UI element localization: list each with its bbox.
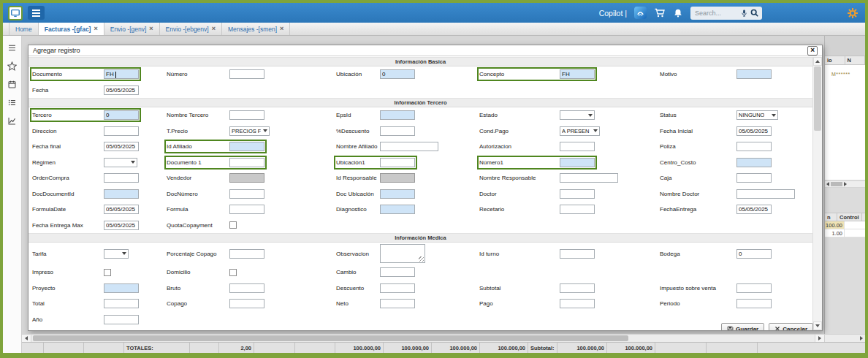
ubicacion-input[interactable]	[380, 69, 415, 79]
caja-input[interactable]	[736, 173, 772, 183]
ubicacion1-input[interactable]	[380, 158, 415, 167]
copilot-icon[interactable]	[634, 7, 647, 19]
nombre_doctor-input[interactable]	[736, 189, 795, 199]
ano-input[interactable]	[104, 315, 139, 324]
cambio-input[interactable]	[380, 267, 415, 277]
nombre_afiliado-input[interactable]	[380, 142, 438, 151]
save-button[interactable]: Guardar	[721, 323, 764, 331]
autorizacion-input[interactable]	[560, 142, 595, 151]
total-input[interactable]	[104, 299, 139, 308]
estado-select[interactable]	[560, 110, 595, 120]
horizontal-scrollbar[interactable]	[22, 334, 824, 342]
scroll-down-icon[interactable]	[813, 321, 822, 330]
docdocumentid-input[interactable]	[104, 189, 139, 199]
cart-icon[interactable]	[654, 7, 666, 19]
tab-envio-genv[interactable]: Envio -[genv]×	[104, 23, 160, 35]
id_turno-input[interactable]	[560, 249, 595, 259]
t_precio-select[interactable]: PRECIOS F	[229, 126, 270, 136]
doctor-input[interactable]	[560, 189, 595, 199]
gear-icon[interactable]	[847, 7, 859, 19]
periodo-input[interactable]	[736, 299, 772, 308]
domicilio-checkbox[interactable]	[229, 269, 237, 276]
subtotal-input[interactable]	[560, 283, 595, 293]
fechaentrega-input[interactable]	[736, 205, 772, 214]
modal-scrollbar[interactable]	[812, 57, 822, 330]
sidebar-star-icon[interactable]	[7, 61, 18, 72]
scrollbar-thumb[interactable]	[33, 335, 628, 341]
tab-home[interactable]: Home	[9, 23, 39, 35]
impuesto_sobre_venta-input[interactable]	[736, 283, 772, 293]
numero-input[interactable]	[229, 69, 264, 79]
recetario-input[interactable]	[560, 205, 595, 214]
ordencompra-input[interactable]	[104, 173, 139, 183]
fecha_final-input[interactable]	[104, 142, 139, 151]
nombre_responsable-input[interactable]	[560, 173, 618, 183]
poliza-input[interactable]	[736, 142, 772, 151]
descuento-input[interactable]	[380, 283, 415, 293]
vendedor-input[interactable]	[229, 173, 264, 183]
table-row[interactable]: 100.00	[825, 221, 865, 229]
status-select[interactable]: NINGUNO	[736, 110, 778, 120]
fecha_entrega_max-input[interactable]	[104, 221, 139, 230]
bodega-input[interactable]	[736, 249, 772, 259]
diagnostico-input[interactable]	[380, 205, 415, 214]
scrollbar-thumb[interactable]	[814, 66, 821, 131]
direccion-input[interactable]	[104, 126, 139, 136]
scroll-left-icon[interactable]	[22, 335, 31, 342]
scroll-right-icon[interactable]	[844, 182, 847, 186]
copilot-label[interactable]: Copilot |	[599, 9, 627, 18]
cond_pago-select[interactable]: A PRESEN	[560, 126, 600, 136]
column-header[interactable]: Control	[837, 213, 862, 221]
tercero-input[interactable]	[104, 110, 139, 120]
sidebar-calendar-icon[interactable]	[7, 79, 18, 90]
scroll-up-icon[interactable]	[813, 57, 822, 66]
tab-close-icon[interactable]: ×	[94, 26, 97, 32]
observacion-textarea[interactable]	[380, 244, 425, 263]
tab-envio-ebgenv[interactable]: Envio -[ebgenv]×	[160, 23, 222, 35]
close-icon[interactable]: ×	[807, 46, 818, 56]
copago-input[interactable]	[229, 299, 264, 308]
concepto-input[interactable]	[560, 69, 595, 79]
app-logo-icon[interactable]	[8, 6, 23, 20]
nombre_tercero-input[interactable]	[229, 110, 264, 120]
sidebar-list-icon[interactable]	[7, 97, 18, 108]
pago-input[interactable]	[560, 299, 595, 308]
doc_ubicacion-input[interactable]	[380, 189, 415, 199]
motivo-input[interactable]	[736, 69, 772, 79]
tarifa-select[interactable]	[104, 249, 129, 259]
search-icon[interactable]	[750, 8, 759, 18]
scrollbar-thumb[interactable]	[831, 182, 842, 186]
descuento_pct-input[interactable]	[380, 126, 415, 136]
bruto-input[interactable]	[229, 283, 264, 293]
sidebar-chart-icon[interactable]	[7, 115, 18, 126]
proyecto-input[interactable]	[104, 283, 139, 293]
background-mini-scrollbar[interactable]	[825, 180, 865, 188]
epsid-input[interactable]	[380, 110, 415, 120]
numero1-input[interactable]	[560, 158, 595, 167]
scroll-left-icon[interactable]	[826, 182, 829, 186]
tab-close-icon[interactable]: ×	[212, 26, 216, 32]
mic-icon[interactable]	[740, 9, 748, 18]
formuladate-input[interactable]	[104, 205, 139, 214]
column-header[interactable]: N	[845, 56, 866, 64]
scroll-right-icon[interactable]	[860, 336, 863, 340]
neto-input[interactable]	[380, 299, 415, 308]
search-input[interactable]	[693, 9, 739, 18]
fecha_inicial-input[interactable]	[736, 126, 772, 136]
id_afiliado-input[interactable]	[229, 142, 264, 151]
column-header[interactable]: n	[825, 213, 837, 221]
documento1-input[interactable]	[229, 158, 264, 167]
impreso-checkbox[interactable]	[104, 269, 111, 276]
quotacopayment-checkbox[interactable]	[229, 221, 237, 229]
centro_costo-input[interactable]	[736, 158, 772, 167]
regimen-select[interactable]	[104, 158, 137, 167]
tab-facturas[interactable]: Facturas -[gfac]×	[39, 23, 104, 35]
tab-close-icon[interactable]: ×	[149, 26, 153, 32]
tab-mensajes[interactable]: Mensajes -[smen]×	[222, 23, 290, 35]
tab-close-icon[interactable]: ×	[280, 26, 283, 32]
scroll-corner[interactable]	[824, 334, 865, 342]
scroll-right-icon[interactable]	[815, 335, 824, 342]
fecha-input[interactable]	[104, 85, 139, 95]
menu-button[interactable]	[28, 6, 45, 20]
cancel-button[interactable]: Cancelar	[769, 323, 813, 331]
